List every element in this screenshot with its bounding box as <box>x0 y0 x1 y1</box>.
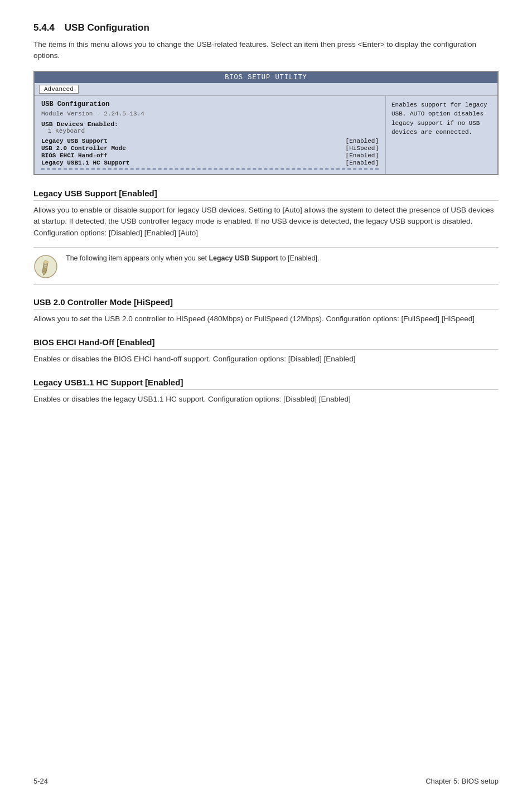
bios-setting-label: Legacy USB1.1 HC Support <box>41 160 129 166</box>
bios-setting-row: Legacy USB1.1 HC Support[Enabled] <box>41 160 379 166</box>
bios-setting-value: [Enabled] <box>346 152 379 159</box>
bios-devices-label: USB Devices Enabled: <box>41 120 379 128</box>
bios-setting-value: [Enabled] <box>346 160 379 166</box>
subsection-legacy-usb-support: Legacy USB Support [Enabled] Allows you … <box>33 189 499 286</box>
bios-setting-row: BIOS EHCI Hand-off[Enabled] <box>41 152 379 159</box>
subsection-text-legacy-usb11: Enables or disables the legacy USB1.1 HC… <box>33 394 499 405</box>
bios-settings: Legacy USB Support[Enabled]USB 2.0 Contr… <box>41 138 379 166</box>
bios-setup-box: BIOS SETUP UTILITY Advanced USB Configur… <box>33 71 499 175</box>
bios-advanced-tab[interactable]: Advanced <box>39 85 79 94</box>
subsection-heading-legacy-usb: Legacy USB Support [Enabled] <box>33 189 499 201</box>
bios-right-panel: Enables support for legacy USB. AUTO opt… <box>386 96 497 174</box>
section-intro: The items in this menu allows you to cha… <box>33 39 499 62</box>
page-footer: 5-24 Chapter 5: BIOS setup <box>33 755 499 785</box>
subsection-text-usb20: Allows you to set the USB 2.0 controller… <box>33 313 499 325</box>
bios-left-panel: USB Configuration Module Version - 2.24.… <box>35 96 386 174</box>
bios-module-version: Module Version - 2.24.5-13.4 <box>41 110 379 117</box>
subsection-legacy-usb11: Legacy USB1.1 HC Support [Enabled] Enabl… <box>33 378 499 405</box>
subsection-heading-legacy-usb11: Legacy USB1.1 HC Support [Enabled] <box>33 378 499 390</box>
bios-content: USB Configuration Module Version - 2.24.… <box>35 96 497 174</box>
bios-setting-value: [Enabled] <box>346 138 379 144</box>
subsection-text-bios-ehci: Enables or disables the BIOS EHCI hand-o… <box>33 354 499 365</box>
chapter-label: Chapter 5: BIOS setup <box>425 777 499 785</box>
page-number: 5-24 <box>33 777 48 785</box>
subsection-heading-bios-ehci: BIOS EHCI Hand-Off [Enabled] <box>33 337 499 350</box>
subsection-usb20-controller: USB 2.0 Controller Mode [HiSpeed] Allows… <box>33 297 499 325</box>
bios-title-bar: BIOS SETUP UTILITY <box>35 72 497 83</box>
subsection-bios-ehci: BIOS EHCI Hand-Off [Enabled] Enables or … <box>33 337 499 365</box>
bios-setting-label: BIOS EHCI Hand-off <box>41 152 108 159</box>
bios-setting-row: USB 2.0 Controller Mode[HiSpeed] <box>41 145 379 152</box>
subsection-heading-usb20: USB 2.0 Controller Mode [HiSpeed] <box>33 297 499 310</box>
note-icon <box>33 254 58 279</box>
bios-setting-label: Legacy USB Support <box>41 138 108 144</box>
bios-setting-row: Legacy USB Support[Enabled] <box>41 138 379 144</box>
section-title: USB Configuration <box>65 22 149 33</box>
bios-setting-value: [HiSpeed] <box>346 145 379 152</box>
section-heading: 5.4.4 USB Configuration <box>33 22 499 33</box>
bios-device-item: 1 Keyboard <box>48 128 379 134</box>
bios-setting-label: USB 2.0 Controller Mode <box>41 145 126 152</box>
bios-config-title: USB Configuration <box>41 100 379 108</box>
section-number: 5.4.4 <box>33 22 55 33</box>
bios-tab-bar: Advanced <box>35 83 497 96</box>
note-box: The following item appears only when you… <box>33 247 499 285</box>
subsection-text-legacy-usb: Allows you to enable or disable support … <box>33 205 499 240</box>
bios-dashes <box>41 168 379 170</box>
note-text: The following item appears only when you… <box>66 253 319 264</box>
